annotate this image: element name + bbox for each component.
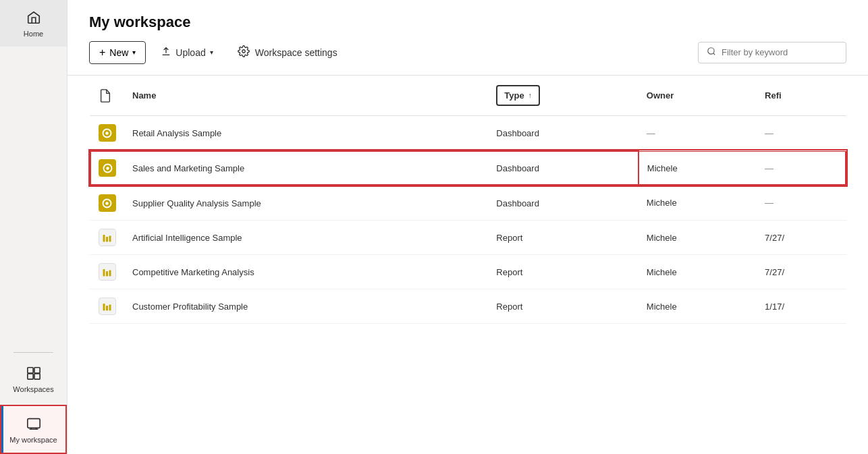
row-name[interactable]: Sales and Marketing Sample xyxy=(124,150,488,186)
upload-label: Upload xyxy=(175,47,205,58)
th-name: Name xyxy=(124,76,488,116)
home-icon xyxy=(24,8,43,27)
svg-point-12 xyxy=(105,202,109,205)
toolbar: + New ▾ Upload ▾ xyxy=(89,40,846,64)
upload-button[interactable]: Upload ▾ xyxy=(151,41,222,63)
row-name[interactable]: Supplier Quality Analysis Sample xyxy=(124,186,488,221)
chevron-down-icon: ▾ xyxy=(132,49,136,56)
th-owner: Owner xyxy=(639,76,757,116)
table-row[interactable]: Supplier Quality Analysis SampleDashboar… xyxy=(90,186,846,221)
new-label: New xyxy=(109,47,128,58)
row-type: Report xyxy=(488,255,639,289)
svg-rect-16 xyxy=(103,269,105,277)
workspace-table: Name Type ↑ Owner Refi xyxy=(89,76,846,324)
row-type: Report xyxy=(488,221,639,255)
report-icon xyxy=(99,229,116,246)
row-refreshed: — xyxy=(757,186,846,221)
row-icon-cell xyxy=(90,186,124,221)
row-name[interactable]: Retail Analysis Sample xyxy=(124,116,488,151)
table-body: Retail Analysis SampleDashboard——Sales a… xyxy=(90,116,846,324)
svg-rect-19 xyxy=(103,304,105,311)
row-icon-cell xyxy=(90,116,124,151)
row-type: Report xyxy=(488,289,639,324)
doc-icon-header xyxy=(98,88,113,103)
row-type: Dashboard xyxy=(488,116,639,151)
my-workspace-icon xyxy=(24,414,43,433)
table-row[interactable]: Retail Analysis SampleDashboard—— xyxy=(90,116,846,151)
plus-icon: + xyxy=(99,47,105,59)
svg-point-8 xyxy=(105,132,109,135)
new-button[interactable]: + New ▾ xyxy=(89,41,146,64)
th-type[interactable]: Type ↑ xyxy=(488,76,639,116)
header: My workspace + New ▾ Upload ▾ xyxy=(67,0,868,76)
row-type: Dashboard xyxy=(488,186,639,221)
page-title: My workspace xyxy=(89,13,846,31)
sidebar-item-workspaces[interactable]: Workspaces xyxy=(0,356,67,402)
sidebar-home-label: Home xyxy=(24,30,43,38)
table-row[interactable]: Customer Profitability SampleReportMiche… xyxy=(90,289,846,324)
row-refreshed: — xyxy=(757,150,846,186)
row-name[interactable]: Competitive Marketing Analysis xyxy=(124,255,488,289)
sidebar-my-workspace-label: My workspace xyxy=(9,436,57,445)
row-owner: Michele xyxy=(639,255,757,289)
main-content: My workspace + New ▾ Upload ▾ xyxy=(67,0,868,454)
svg-rect-14 xyxy=(106,237,108,242)
row-name[interactable]: Artificial Intelligence Sample xyxy=(124,221,488,255)
svg-rect-0 xyxy=(27,367,32,372)
table-row[interactable]: Artificial Intelligence SampleReportMich… xyxy=(90,221,846,255)
row-owner: — xyxy=(639,116,757,151)
row-refreshed: — xyxy=(757,116,846,151)
row-owner: Michele xyxy=(639,289,757,324)
row-icon-cell xyxy=(90,150,124,186)
svg-rect-13 xyxy=(103,235,105,242)
svg-rect-18 xyxy=(109,270,111,276)
svg-rect-2 xyxy=(27,374,32,379)
row-type: Dashboard xyxy=(488,150,639,186)
workspace-settings-button[interactable]: Workspace settings xyxy=(228,40,347,64)
th-type-button[interactable]: Type ↑ xyxy=(496,85,539,106)
filter-input-wrap[interactable] xyxy=(698,42,846,63)
gear-icon xyxy=(238,45,250,59)
sidebar: Home Workspaces My workspace xyxy=(0,0,67,454)
table-row[interactable]: Sales and Marketing SampleDashboardMiche… xyxy=(90,150,846,186)
row-name[interactable]: Customer Profitability Sample xyxy=(124,289,488,324)
sidebar-item-home[interactable]: Home xyxy=(0,0,67,47)
svg-rect-3 xyxy=(34,374,39,379)
table-wrap: Name Type ↑ Owner Refi xyxy=(67,76,868,454)
row-refreshed: 7/27/ xyxy=(757,221,846,255)
svg-point-10 xyxy=(106,167,109,170)
row-refreshed: 1/17/ xyxy=(757,289,846,324)
sort-arrow-icon: ↑ xyxy=(528,92,532,99)
svg-rect-21 xyxy=(109,304,111,310)
row-owner: Michele xyxy=(639,150,757,186)
svg-rect-17 xyxy=(106,271,108,277)
svg-rect-4 xyxy=(27,418,39,428)
th-icon xyxy=(90,76,124,116)
dashboard-icon xyxy=(99,159,116,177)
table-header: Name Type ↑ Owner Refi xyxy=(90,76,846,116)
sidebar-workspaces-label: Workspaces xyxy=(13,385,53,394)
row-refreshed: 7/27/ xyxy=(757,255,846,289)
search-icon xyxy=(707,47,716,59)
sidebar-divider xyxy=(13,352,53,353)
svg-rect-1 xyxy=(34,367,39,372)
dashboard-icon xyxy=(99,124,116,142)
svg-rect-20 xyxy=(106,306,108,311)
report-icon xyxy=(99,297,116,315)
sidebar-item-my-workspace[interactable]: My workspace xyxy=(0,405,67,454)
upload-chevron-icon: ▾ xyxy=(210,49,213,56)
table-row[interactable]: Competitive Marketing AnalysisReportMich… xyxy=(90,255,846,289)
row-icon-cell xyxy=(90,289,124,324)
svg-point-6 xyxy=(708,47,714,53)
svg-rect-15 xyxy=(109,235,111,242)
row-owner: Michele xyxy=(639,221,757,255)
filter-input[interactable] xyxy=(722,47,838,57)
workspaces-icon xyxy=(24,364,43,382)
dashboard-icon xyxy=(99,194,116,212)
svg-point-5 xyxy=(242,50,245,53)
row-icon-cell xyxy=(90,255,124,289)
report-icon xyxy=(99,263,116,281)
upload-icon xyxy=(161,46,171,59)
th-refreshed: Refi xyxy=(757,76,846,116)
row-owner: Michele xyxy=(639,186,757,221)
